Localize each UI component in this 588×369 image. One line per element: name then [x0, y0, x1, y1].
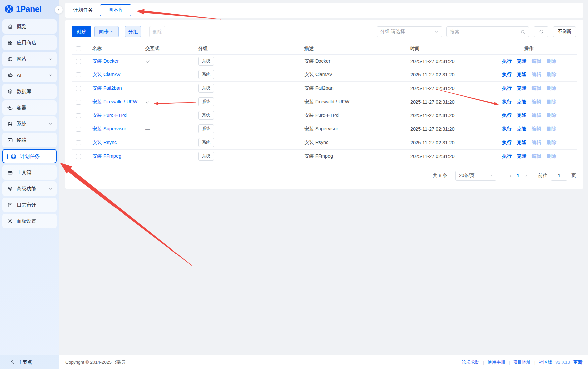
tab-cron-jobs[interactable]: 计划任务 [73, 7, 93, 13]
clone-action[interactable]: 克隆 [517, 139, 526, 146]
sidebar-item-label: 系统 [17, 121, 26, 127]
sidebar-item-overview[interactable]: 概览 [2, 19, 57, 34]
run-action[interactable]: 执行 [502, 139, 512, 146]
footer-separator: | [483, 360, 484, 365]
script-name-link[interactable]: 安装 Pure-FTPd [92, 113, 127, 118]
sidebar-item-system[interactable]: 系统 [2, 116, 57, 131]
group-tag: 系统 [198, 57, 214, 66]
select-all-checkbox[interactable] [76, 46, 81, 51]
row-checkbox[interactable] [76, 113, 81, 118]
table-row: 安装 Rsync—系统安装 Rsync2025-11-27 02:31:20执行… [72, 136, 577, 149]
row-checkbox[interactable] [76, 72, 81, 77]
group-filter-select[interactable]: 分组 请选择 [377, 26, 442, 37]
clone-action[interactable]: 克隆 [517, 58, 526, 64]
footer-link-3[interactable]: 项目地址 [513, 359, 531, 365]
script-name-link[interactable]: 安装 ClamAV [92, 72, 121, 77]
script-name-link[interactable]: 安装 Supervisor [92, 126, 126, 131]
clone-action[interactable]: 克隆 [517, 99, 526, 105]
refresh-button[interactable] [534, 26, 548, 37]
copyright: Copyright © 2014-2025 飞致云 [65, 359, 126, 365]
toolbox-icon [7, 170, 13, 175]
home-icon [7, 24, 13, 29]
row-checkbox[interactable] [76, 100, 81, 105]
sidebar-item-settings[interactable]: 面板设置 [2, 214, 57, 228]
sidebar-item-cron-jobs[interactable]: 计划任务 [2, 149, 57, 163]
script-name-link[interactable]: 安装 FFmpeg [92, 153, 121, 159]
clone-action[interactable]: 克隆 [517, 85, 526, 91]
globe-icon [7, 56, 13, 62]
sidebar-item-ai[interactable]: AI [2, 68, 57, 82]
sidebar-item-label: 容器 [17, 105, 26, 111]
sync-button[interactable]: 同步 [94, 26, 119, 37]
col-header-group: 分组 [198, 43, 304, 54]
script-name-link[interactable]: 安装 Firewalld / UFW [92, 99, 137, 104]
interactive-dash: — [145, 86, 150, 91]
clone-action[interactable]: 克隆 [517, 153, 526, 159]
chevron-right-icon [524, 174, 528, 178]
clone-action[interactable]: 克隆 [517, 112, 526, 118]
script-description: 安装 Rsync [304, 136, 410, 149]
goto-page-input[interactable] [551, 171, 567, 181]
clone-action[interactable]: 克隆 [517, 126, 526, 132]
sidebar: 1Panel 概览应用商店网站AI数据库容器系统终端计划任务工具箱高级功能日志审… [0, 0, 59, 369]
sync-button-label: 同步 [99, 29, 109, 35]
row-checkbox[interactable] [76, 59, 81, 64]
sidebar-item-website[interactable]: 网站 [2, 52, 57, 66]
col-header-description: 描述 [304, 43, 410, 54]
server-icon [7, 121, 13, 127]
group-filter-placeholder: 分组 请选择 [380, 29, 405, 35]
run-action[interactable]: 执行 [502, 71, 512, 78]
robot-icon [7, 72, 13, 78]
sidebar-item-container[interactable]: 容器 [2, 100, 57, 115]
table-row: 安装 Fail2ban—系统安装 Fail2ban2025-11-27 02:3… [72, 81, 577, 95]
delete-action: 删除 [547, 112, 556, 118]
tab-script-library[interactable]: 脚本库 [100, 4, 131, 16]
update-link[interactable]: 更新 [573, 359, 582, 365]
sidebar-item-advanced[interactable]: 高级功能 [2, 181, 57, 196]
script-name-link[interactable]: 安装 Docker [92, 58, 119, 64]
whale-icon [7, 105, 13, 111]
run-action[interactable]: 执行 [502, 112, 512, 118]
sidebar-collapse-button[interactable] [55, 6, 63, 14]
footer-link-4[interactable]: 社区版 [539, 359, 552, 365]
row-checkbox[interactable] [76, 154, 81, 159]
group-button[interactable]: 分组 [125, 26, 141, 37]
run-action[interactable]: 执行 [502, 85, 512, 91]
master-node-selector[interactable]: 主节点 [0, 355, 59, 369]
row-checkbox[interactable] [76, 127, 81, 132]
search-box [446, 26, 529, 37]
page-footer: Copyright © 2014-2025 飞致云 论坛求助|使用手册|项目地址… [59, 355, 588, 369]
delete-action: 删除 [547, 139, 556, 146]
sidebar-item-database[interactable]: 数据库 [2, 84, 57, 99]
col-header-time: 时间 [410, 43, 496, 54]
run-action[interactable]: 执行 [502, 153, 512, 159]
goto-label: 前往 [538, 173, 547, 179]
script-description: 安装 FFmpeg [304, 149, 410, 163]
footer-link-1[interactable]: 论坛求助 [462, 359, 480, 365]
sidebar-item-app-store[interactable]: 应用商店 [2, 35, 57, 50]
interactive-dash: — [145, 154, 150, 159]
create-button[interactable]: 创建 [72, 26, 91, 37]
sidebar-item-terminal[interactable]: 终端 [2, 133, 57, 147]
run-action[interactable]: 执行 [502, 126, 512, 132]
run-action[interactable]: 执行 [502, 58, 512, 64]
current-page-button[interactable]: 1 [514, 173, 522, 178]
script-time: 2025-11-27 02:31:20 [410, 149, 496, 163]
sidebar-item-log-audit[interactable]: 日志审计 [2, 198, 57, 212]
sidebar-item-toolbox[interactable]: 工具箱 [2, 165, 57, 180]
script-name-link[interactable]: 安装 Rsync [92, 140, 117, 145]
clone-action[interactable]: 克隆 [517, 71, 526, 78]
script-description: 安装 Pure-FTPd [304, 109, 410, 122]
search-input[interactable] [450, 29, 520, 34]
row-checkbox[interactable] [76, 140, 81, 145]
chevron-down-icon [48, 73, 53, 77]
script-name-link[interactable]: 安装 Fail2ban [92, 85, 122, 91]
group-tag: 系统 [198, 152, 214, 161]
1panel-logo-icon [4, 4, 14, 14]
auto-refresh-button[interactable]: 不刷新 [553, 26, 576, 37]
calendar-icon [11, 154, 16, 159]
row-checkbox[interactable] [76, 86, 81, 91]
footer-link-2[interactable]: 使用手册 [487, 359, 505, 365]
page-size-select[interactable]: 20条/页 [455, 171, 496, 181]
run-action[interactable]: 执行 [502, 99, 512, 105]
